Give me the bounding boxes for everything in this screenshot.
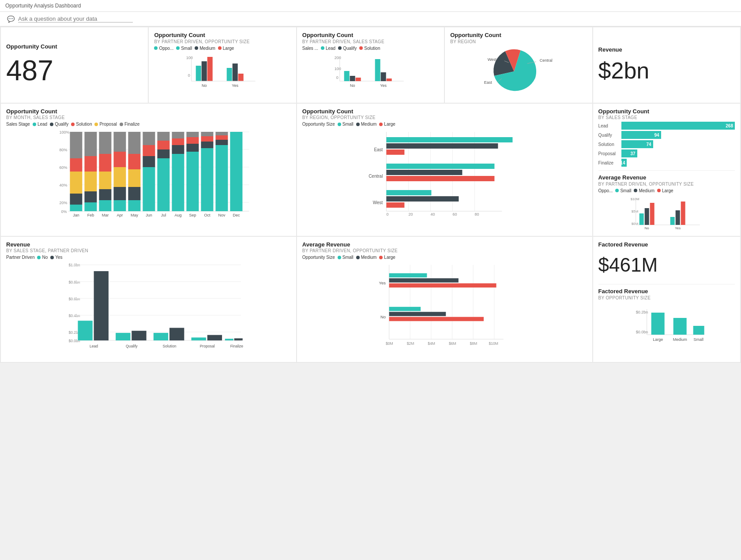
svg-rect-82 — [186, 144, 199, 152]
partner-stage-chart: 200 100 0 No Yes — [302, 52, 439, 92]
factored-title: Factored Revenue — [598, 241, 735, 248]
svg-text:West: West — [488, 57, 497, 62]
svg-text:20%: 20% — [59, 201, 67, 205]
svg-rect-188 — [389, 317, 483, 321]
sales-stage-row-solution: Solution 74 — [598, 140, 735, 148]
svg-rect-86 — [201, 142, 213, 148]
svg-text:$0M: $0M — [631, 222, 638, 226]
svg-rect-121 — [386, 149, 404, 155]
svg-rect-123 — [386, 170, 462, 175]
qa-input[interactable] — [18, 15, 133, 22]
svg-text:Jun: Jun — [146, 213, 152, 217]
svg-rect-187 — [389, 312, 446, 317]
svg-text:80%: 80% — [59, 148, 67, 152]
svg-rect-137 — [675, 210, 680, 225]
svg-rect-62 — [113, 200, 126, 211]
sales-stage-row-qualify: Qualify 94 — [598, 131, 735, 139]
card-partner-stage: Opportunity Count BY PARTNER DRIVEN, SAL… — [297, 27, 444, 103]
svg-text:Medium: Medium — [673, 337, 687, 342]
qa-icon: 💬 — [7, 15, 15, 22]
svg-rect-186 — [389, 307, 420, 311]
svg-text:0%: 0% — [61, 209, 67, 214]
svg-rect-90 — [215, 140, 228, 145]
svg-rect-43 — [70, 132, 82, 158]
svg-rect-6 — [227, 68, 232, 81]
svg-rect-193 — [651, 313, 664, 335]
svg-text:100: 100 — [186, 56, 193, 60]
svg-text:May: May — [131, 213, 139, 217]
svg-text:Mar: Mar — [102, 213, 109, 217]
revenue-title: Revenue — [598, 46, 735, 53]
svg-rect-195 — [693, 326, 704, 335]
svg-rect-65 — [128, 169, 140, 187]
region-size-chart: East Central West 0 20 40 60 80 — [302, 128, 587, 217]
svg-rect-160 — [207, 335, 222, 340]
card-revenue: Revenue $2bn — [593, 27, 740, 103]
svg-rect-76 — [172, 132, 184, 138]
svg-text:Solution: Solution — [163, 344, 177, 349]
svg-text:Aug: Aug — [174, 213, 181, 217]
svg-text:100: 100 — [334, 67, 341, 71]
svg-rect-71 — [143, 167, 155, 211]
svg-rect-84 — [201, 132, 213, 136]
sales-stage-subtitle: BY SALES STAGE — [598, 115, 735, 120]
svg-text:$0.4bn: $0.4bn — [68, 314, 80, 318]
svg-rect-55 — [99, 172, 111, 189]
card-avg-rev: Average Revenue BY PARTNER DRIVEN, OPPOR… — [297, 237, 592, 362]
svg-rect-51 — [84, 191, 97, 202]
svg-text:$0.2bn: $0.2bn — [636, 310, 648, 314]
svg-text:60: 60 — [452, 212, 457, 217]
svg-rect-157 — [154, 333, 168, 340]
svg-rect-57 — [99, 200, 111, 211]
svg-rect-156 — [132, 331, 146, 341]
svg-text:Yes: Yes — [380, 83, 387, 88]
partner-stage-legend: Sales ... Lead Qualify Solution — [302, 46, 439, 51]
svg-text:$0M: $0M — [386, 341, 393, 346]
svg-rect-17 — [344, 71, 349, 81]
svg-text:Large: Large — [653, 337, 663, 342]
svg-text:$10M: $10M — [630, 197, 639, 201]
avg-rev-main-title: Average Revenue — [302, 241, 587, 248]
svg-rect-185 — [389, 284, 496, 288]
svg-text:Oct: Oct — [204, 213, 211, 217]
svg-text:Jan: Jan — [73, 213, 79, 217]
sales-stage-bars: Lead 268 Qualify 94 Solution — [598, 122, 735, 167]
svg-rect-66 — [128, 187, 140, 200]
svg-rect-8 — [238, 74, 244, 81]
rev-stage-subtitle: BY SALES STAGE, PARTNER DRIVEN — [6, 248, 291, 253]
svg-rect-21 — [380, 72, 386, 81]
svg-text:Feb: Feb — [87, 213, 94, 217]
factored-sub-subtitle: BY OPPORTUNITY SIZE — [598, 295, 735, 300]
svg-rect-74 — [157, 149, 169, 158]
card-month-stage: Opportunity Count BY MONTH, SALES STAGE … — [1, 104, 296, 236]
sales-stage-row-proposal: Proposal 37 — [598, 149, 735, 157]
avg-rev-subtitle: BY PARTNER DRIVEN, OPPORTUNITY SIZE — [598, 182, 735, 187]
svg-text:$10M: $10M — [489, 341, 498, 346]
svg-rect-75 — [157, 158, 169, 211]
partner-size-chart: 100 0 No Yes — [154, 52, 290, 92]
opp-count-value: 487 — [6, 54, 143, 87]
svg-text:$8M: $8M — [470, 341, 477, 346]
divider — [598, 170, 735, 171]
svg-text:$0.8bn: $0.8bn — [68, 280, 80, 284]
svg-rect-68 — [143, 132, 155, 145]
svg-rect-4 — [202, 61, 207, 81]
svg-text:Dec: Dec — [233, 213, 240, 217]
factored-sub-chart: $0.2bn $0.0bn Large Medium Small — [598, 300, 735, 358]
partner-size-subtitle: BY PARTNER DRIVEN, OPPORTUNITY SIZE — [154, 39, 290, 44]
svg-rect-154 — [94, 271, 109, 340]
svg-rect-46 — [70, 194, 82, 205]
avg-rev-legend: Oppo... Small Medium Large — [598, 188, 735, 193]
rev-stage-legend: Partner Driven No Yes — [6, 255, 291, 260]
svg-rect-124 — [386, 176, 494, 181]
sales-stage-title: Opportunity Count — [598, 108, 735, 115]
sales-stage-row-finalize: Finalize 14 — [598, 159, 735, 167]
svg-rect-120 — [386, 143, 498, 149]
svg-rect-89 — [215, 135, 228, 140]
svg-rect-45 — [70, 172, 82, 194]
svg-text:0: 0 — [188, 73, 190, 78]
svg-rect-64 — [128, 154, 140, 169]
svg-rect-49 — [84, 156, 97, 172]
svg-rect-18 — [350, 76, 355, 81]
svg-rect-158 — [169, 328, 184, 341]
